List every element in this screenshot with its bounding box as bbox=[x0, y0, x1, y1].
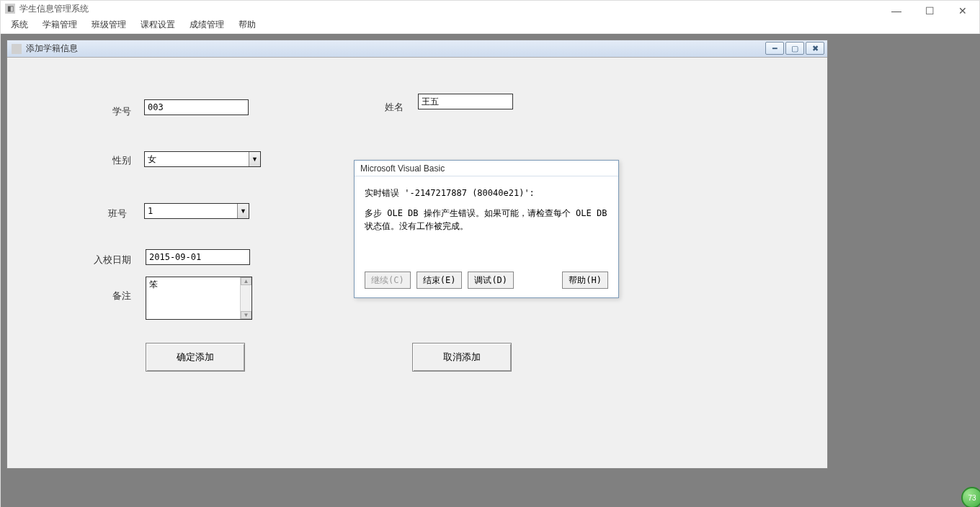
error-continue-button: 继续(C) bbox=[365, 272, 411, 289]
child-close-button[interactable]: ✖ bbox=[806, 42, 824, 55]
close-button[interactable]: ✕ bbox=[946, 1, 979, 21]
combo-gender-text: 女 bbox=[145, 153, 249, 166]
input-student-id[interactable] bbox=[144, 99, 249, 115]
label-remark: 备注 bbox=[112, 290, 131, 302]
error-line-code: 实时错误 '-2147217887 (80040e21)': bbox=[365, 187, 608, 199]
menu-student-records[interactable]: 学籍管理 bbox=[35, 16, 84, 34]
app-icon: ◧ bbox=[5, 4, 15, 14]
input-name[interactable] bbox=[418, 94, 513, 109]
app-title: 学生信息管理系统 bbox=[19, 3, 89, 15]
form-icon bbox=[12, 44, 22, 54]
child-window-controls: ━ ▢ ✖ bbox=[765, 42, 824, 55]
error-dialog-body: 实时错误 '-2147217887 (80040e21)': 多步 OLE DB… bbox=[355, 176, 618, 233]
child-minimize-button[interactable]: ━ bbox=[765, 42, 784, 55]
child-maximize-button[interactable]: ▢ bbox=[785, 42, 804, 55]
maximize-button[interactable]: ☐ bbox=[913, 1, 946, 21]
mdi-client-area: 添加学籍信息 ━ ▢ ✖ 学号 姓名 性别 女 ▼ bbox=[1, 34, 980, 507]
textarea-remark[interactable] bbox=[146, 277, 240, 319]
label-class-no: 班号 bbox=[108, 207, 127, 220]
error-debug-button[interactable]: 调试(D) bbox=[468, 272, 514, 289]
textarea-remark-wrap: ▲ ▼ bbox=[146, 277, 252, 320]
cancel-add-button[interactable]: 取消添加 bbox=[412, 343, 512, 372]
error-dialog-title[interactable]: Microsoft Visual Basic bbox=[355, 161, 618, 176]
status-badge[interactable]: 73 bbox=[961, 487, 980, 507]
chevron-down-icon[interactable]: ▼ bbox=[237, 204, 249, 218]
menu-grade-manage[interactable]: 成绩管理 bbox=[182, 16, 231, 34]
label-gender: 性别 bbox=[112, 154, 131, 167]
label-enroll-date: 入校日期 bbox=[94, 254, 131, 266]
confirm-add-button[interactable]: 确定添加 bbox=[146, 343, 245, 372]
label-name: 姓名 bbox=[385, 101, 404, 114]
vb-error-dialog: Microsoft Visual Basic 实时错误 '-2147217887… bbox=[354, 160, 619, 298]
label-student-id: 学号 bbox=[112, 105, 131, 118]
chevron-down-icon[interactable]: ▼ bbox=[249, 152, 260, 166]
error-help-button[interactable]: 帮助(H) bbox=[562, 272, 608, 289]
minimize-button[interactable]: — bbox=[880, 1, 913, 21]
combo-class-text: 1 bbox=[145, 206, 237, 216]
error-dialog-buttons: 继续(C) 结束(E) 调试(D) 帮助(H) bbox=[355, 272, 618, 289]
scroll-down-icon[interactable]: ▼ bbox=[241, 311, 251, 319]
menu-course-settings[interactable]: 课程设置 bbox=[133, 16, 182, 34]
error-line-message: 多步 OLE DB 操作产生错误。如果可能，请检查每个 OLE DB 状态值。没… bbox=[365, 207, 608, 233]
menu-help[interactable]: 帮助 bbox=[231, 16, 263, 34]
main-window: ◧ 学生信息管理系统 — ☐ ✕ 系统 学籍管理 班级管理 课程设置 成绩管理 … bbox=[0, 0, 980, 507]
main-window-controls: — ☐ ✕ bbox=[880, 1, 979, 21]
child-title-bar[interactable]: 添加学籍信息 ━ ▢ ✖ bbox=[7, 40, 827, 58]
child-title: 添加学籍信息 bbox=[26, 42, 78, 55]
combo-class-no[interactable]: 1 ▼ bbox=[144, 203, 249, 219]
main-title-bar: ◧ 学生信息管理系统 — ☐ ✕ bbox=[1, 1, 979, 17]
menu-class-manage[interactable]: 班级管理 bbox=[84, 16, 133, 34]
scroll-up-icon[interactable]: ▲ bbox=[241, 277, 251, 285]
input-enroll-date[interactable] bbox=[146, 249, 250, 265]
menu-system[interactable]: 系统 bbox=[4, 16, 35, 34]
combo-gender[interactable]: 女 ▼ bbox=[144, 151, 261, 167]
error-end-button[interactable]: 结束(E) bbox=[416, 272, 463, 289]
menu-bar: 系统 学籍管理 班级管理 课程设置 成绩管理 帮助 bbox=[1, 17, 979, 34]
scrollbar[interactable]: ▲ ▼ bbox=[240, 277, 251, 319]
